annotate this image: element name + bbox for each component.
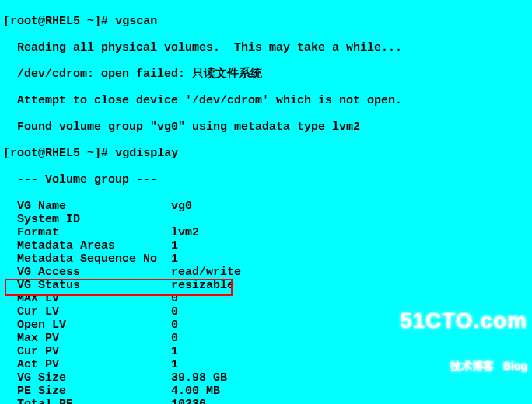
vgscan-output-line: Attempt to close device '/dev/cdrom' whi…: [3, 94, 529, 107]
command-vgscan: vgscan: [115, 15, 157, 28]
prompt-prefix: [: [3, 147, 10, 160]
vgdisplay-row: VG Name vg0: [3, 200, 529, 213]
vgdisplay-row: Metadata Areas 1: [3, 239, 529, 252]
vgdisplay-row: Act PV 1: [3, 358, 529, 371]
vgdisplay-row: VG Status resizable: [3, 279, 529, 292]
vgdisplay-row: System ID: [3, 213, 529, 226]
prompt-user: root: [10, 15, 38, 28]
vgscan-output-line: /dev/cdrom: open failed: 只读文件系统: [3, 68, 529, 81]
vgdisplay-row: Cur LV 0: [3, 305, 529, 319]
vgdisplay-row: Max PV 0: [3, 332, 529, 345]
vgdisplay-row: Total PE 10236: [3, 398, 529, 404]
vgdisplay-row: Metadata Sequence No 1: [3, 252, 529, 266]
vgdisplay-row: Format lvm2: [3, 226, 529, 239]
prompt-line-vgdisplay: [root@RHEL5 ~]# vgdisplay: [3, 147, 529, 160]
vgdisplay-row: VG Size 39.98 GB: [3, 371, 529, 385]
prompt-prefix: [: [3, 15, 10, 28]
prompt-char: #: [101, 15, 108, 28]
vgdisplay-rows: VG Name vg0 System ID Format lvm2 Metada…: [3, 200, 529, 404]
command-vgdisplay: vgdisplay: [115, 147, 178, 160]
vgdisplay-row: Open LV 0: [3, 319, 529, 332]
prompt-user: root: [10, 147, 38, 160]
prompt-char: #: [101, 147, 108, 160]
prompt-line-vgscan: [root@RHEL5 ~]# vgscan: [3, 15, 529, 28]
prompt-dir: ~: [87, 15, 94, 28]
terminal-window[interactable]: [root@RHEL5 ~]# vgscan Reading all physi…: [0, 0, 532, 404]
vgdisplay-row: VG Access read/write: [3, 266, 529, 279]
vgscan-output-line: Reading all physical volumes. This may t…: [3, 41, 529, 54]
vgdisplay-row: PE Size 4.00 MB: [3, 385, 529, 398]
vgdisplay-header: --- Volume group ---: [3, 173, 529, 186]
prompt-host: RHEL5: [45, 147, 80, 160]
vgdisplay-row: MAX LV 0: [3, 292, 529, 305]
vgdisplay-row: Cur PV 1: [3, 345, 529, 358]
vgscan-output-line: Found volume group "vg0" using metadata …: [3, 120, 529, 134]
prompt-host: RHEL5: [45, 15, 80, 28]
prompt-dir: ~: [87, 147, 94, 160]
